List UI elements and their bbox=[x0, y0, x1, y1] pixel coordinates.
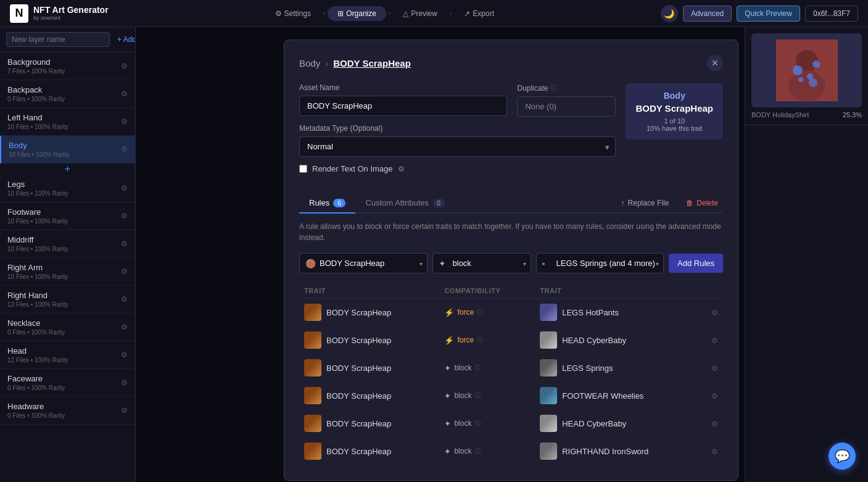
rule-builder: 🟤 BODY ScrapHeap ▾ ✦ block force ▾ ▪ bbox=[299, 253, 723, 273]
gear-icon[interactable]: ⚙ bbox=[121, 351, 128, 359]
modal-close-button[interactable]: ✕ bbox=[707, 55, 723, 71]
render-text-checkbox[interactable] bbox=[299, 165, 307, 173]
compat-icon: ⚡ bbox=[444, 308, 454, 317]
rule-settings-icon[interactable]: ⚙ bbox=[711, 420, 718, 428]
info-icon[interactable]: ⓘ bbox=[477, 308, 483, 317]
rule-description: A rule allows you to block or force cert… bbox=[299, 221, 723, 243]
rule-settings-icon[interactable]: ⚙ bbox=[711, 392, 718, 401]
nav-step-organize[interactable]: ⊞ Organize bbox=[328, 6, 386, 21]
replace-file-button[interactable]: ↑ Replace File bbox=[616, 196, 674, 210]
rule-compat-cell: ✦ block ⓘ bbox=[439, 410, 535, 438]
rule-settings-cell: ⚙ bbox=[706, 382, 723, 410]
add-layer-row: + Add bbox=[0, 27, 135, 52]
preview-icon: △ bbox=[403, 9, 408, 18]
info-icon[interactable]: ⓘ bbox=[474, 419, 481, 428]
breadcrumb: Body › BODY ScrapHeap bbox=[299, 58, 411, 69]
gear-icon[interactable]: ⚙ bbox=[121, 239, 128, 248]
rule-settings-icon[interactable]: ⚙ bbox=[711, 364, 718, 373]
layer-item-body[interactable]: Body 10 Files • 100% Rarity ⚙ bbox=[0, 136, 135, 164]
layer-item-head[interactable]: Head 12 Files • 100% Rarity ⚙ bbox=[0, 341, 135, 369]
rule-settings-cell: ⚙ bbox=[706, 326, 723, 354]
info-icon[interactable]: ⓘ bbox=[474, 447, 481, 455]
col-trait-to: Trait bbox=[535, 283, 706, 299]
gear-icon[interactable]: ⚙ bbox=[121, 406, 128, 415]
layer-item-background[interactable]: Background 7 Files • 100% Rarity ⚙ bbox=[0, 52, 135, 80]
svg-point-3 bbox=[793, 65, 803, 75]
rp-image bbox=[751, 33, 862, 107]
rule-settings-icon[interactable]: ⚙ bbox=[711, 336, 718, 345]
layer-item-footware[interactable]: Footware 10 Files • 100% Rarity ⚙ bbox=[0, 202, 135, 230]
tab-rules[interactable]: Rules 6 bbox=[299, 193, 355, 214]
nav-step-settings[interactable]: ⚙ Settings bbox=[265, 6, 321, 21]
content-area: Body › BODY ScrapHeap ✕ Asset Name bbox=[136, 27, 745, 482]
compat-icon: ✦ bbox=[444, 419, 451, 428]
breadcrumb-separator: › bbox=[325, 58, 328, 69]
add-rules-button[interactable]: Add Rules bbox=[669, 254, 723, 273]
rule-compat-cell: ✦ block ⓘ bbox=[439, 354, 535, 382]
gear-icon[interactable]: ⚙ bbox=[121, 62, 128, 70]
render-text-settings-icon[interactable]: ⚙ bbox=[398, 165, 405, 173]
asset-name-input[interactable] bbox=[299, 96, 507, 116]
gear-icon[interactable]: ⚙ bbox=[121, 267, 128, 276]
compat-icon: ✦ bbox=[444, 447, 451, 456]
layer-item-right-hand[interactable]: Right Hand 13 Files • 100% Rarity ⚙ bbox=[0, 286, 135, 314]
add-below-button[interactable]: + bbox=[57, 161, 78, 177]
layer-item-middriff[interactable]: Middriff 10 Files • 100% Rarity ⚙ bbox=[0, 230, 135, 258]
gear-icon[interactable]: ⚙ bbox=[121, 89, 128, 98]
tab-custom-attributes[interactable]: Custom Attributes 0 bbox=[355, 193, 455, 214]
rules-badge: 6 bbox=[333, 199, 345, 207]
wallet-address[interactable]: 0x6f...83F7 bbox=[805, 6, 858, 22]
rule-to-select[interactable]: LEGS Springs (and 4 more) bbox=[536, 253, 664, 273]
render-text-label[interactable]: Render Text On Image bbox=[312, 164, 393, 173]
rule-from-cell: BODY ScrapHeap bbox=[299, 438, 439, 465]
layer-item-left-hand[interactable]: Left Hand 10 Files • 100% Rarity ⚙ bbox=[0, 108, 135, 136]
gear-icon[interactable]: ⚙ bbox=[121, 212, 128, 220]
info-icon[interactable]: ⓘ bbox=[477, 336, 483, 344]
add-layer-button[interactable]: + Add bbox=[114, 33, 136, 46]
rule-type-select[interactable]: block force bbox=[432, 253, 531, 273]
layer-item-backpack[interactable]: Backpack 0 Files • 100% Rarity ⚙ bbox=[0, 80, 135, 108]
right-panel: BODY HolidayShirt 25.3% bbox=[745, 27, 868, 482]
rule-from-icon: 🟤 bbox=[305, 259, 316, 268]
rule-compat-cell: ⚡ force ⓘ bbox=[439, 326, 535, 354]
rule-from-cell: BODY ScrapHeap bbox=[299, 382, 439, 410]
gear-icon[interactable]: ⚙ bbox=[121, 323, 128, 331]
trait-modal: Body › BODY ScrapHeap ✕ Asset Name bbox=[284, 39, 738, 481]
rule-from-select[interactable]: BODY ScrapHeap bbox=[299, 253, 428, 273]
gear-icon[interactable]: ⚙ bbox=[121, 117, 128, 126]
modal-header: Body › BODY ScrapHeap ✕ bbox=[299, 55, 723, 71]
gear-icon[interactable]: ⚙ bbox=[121, 145, 128, 154]
rule-settings-icon[interactable]: ⚙ bbox=[711, 309, 718, 317]
new-layer-input[interactable] bbox=[6, 32, 110, 47]
nav-step-preview[interactable]: △ Preview bbox=[393, 6, 447, 21]
svg-point-4 bbox=[812, 60, 820, 68]
quick-preview-button[interactable]: Quick Preview bbox=[737, 6, 800, 22]
rule-to-cell: LEGS HotPants bbox=[535, 299, 706, 326]
duplicate-input bbox=[517, 96, 616, 117]
advanced-button[interactable]: Advanced bbox=[683, 6, 732, 22]
table-row: BODY ScrapHeap ✦ block ⓘ FOOTWEAR Wheeli… bbox=[299, 382, 723, 410]
rule-settings-icon[interactable]: ⚙ bbox=[711, 447, 718, 456]
info-icon[interactable]: ⓘ bbox=[474, 391, 481, 400]
metadata-type-label: Metadata Type (Optional) bbox=[299, 124, 616, 133]
gear-icon[interactable]: ⚙ bbox=[121, 378, 128, 387]
chat-button[interactable]: 💬 bbox=[829, 443, 856, 470]
gear-icon[interactable]: ⚙ bbox=[121, 295, 128, 304]
delete-button[interactable]: 🗑 Delete bbox=[681, 196, 723, 210]
rule-settings-cell: ⚙ bbox=[706, 354, 723, 382]
rule-compat-cell: ✦ block ⓘ bbox=[439, 438, 535, 465]
layer-item-headware[interactable]: Headware 0 Files • 100% Rarity ⚙ bbox=[0, 397, 135, 425]
info-icon[interactable]: ⓘ bbox=[474, 364, 481, 372]
table-row: BODY ScrapHeap ✦ block ⓘ LEGS Springs ⚙ bbox=[299, 354, 723, 382]
metadata-type-select[interactable]: Normal Boost Number Boost Percentage Num… bbox=[299, 136, 616, 157]
rule-type-wrap: ✦ block force ▾ bbox=[432, 253, 531, 273]
layer-item-necklace[interactable]: Necklace 0 Files • 100% Rarity ⚙ bbox=[0, 314, 135, 341]
layer-item-faceware[interactable]: Faceware 0 Files • 100% Rarity ⚙ bbox=[0, 369, 135, 397]
layer-item-legs[interactable]: Legs 10 Files • 100% Rarity ⚙ bbox=[0, 175, 135, 202]
trait-card-pct: 10% have this trait bbox=[635, 125, 713, 132]
nav-step-export[interactable]: ↗ Export bbox=[454, 6, 504, 21]
theme-toggle[interactable]: 🌙 bbox=[661, 5, 678, 22]
layer-item-right-arm[interactable]: Right Arm 10 Files • 100% Rarity ⚙ bbox=[0, 258, 135, 286]
gear-icon[interactable]: ⚙ bbox=[121, 184, 128, 193]
nav-chevron-2: › bbox=[389, 10, 391, 17]
